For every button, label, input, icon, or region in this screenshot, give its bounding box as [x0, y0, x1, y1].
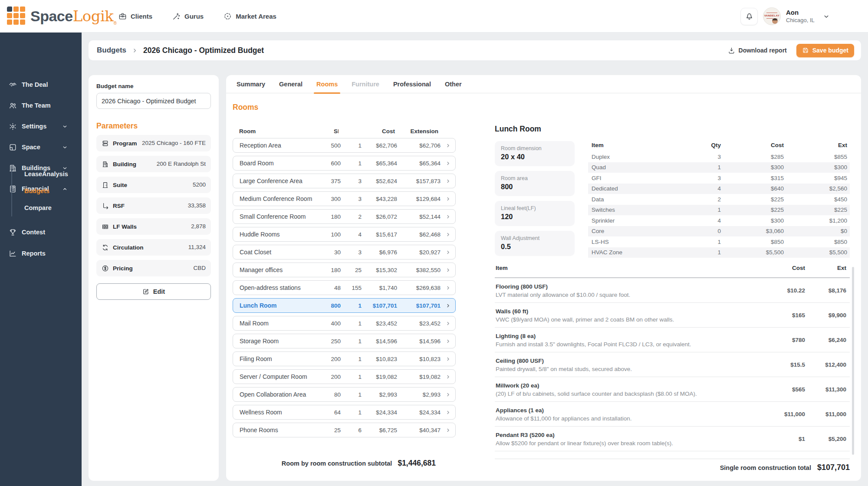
bell-icon	[745, 12, 754, 21]
line-item-walls-60-ft-[interactable]: Walls (60 ft)VWC ($9/yard MOA) one wall,…	[495, 303, 850, 328]
notifications-button[interactable]	[740, 8, 758, 25]
sidebar-item-settings[interactable]: Settings	[0, 119, 82, 134]
chevron-down-icon[interactable]	[822, 13, 830, 20]
budget-name-input[interactable]	[96, 93, 211, 109]
topnav-clients[interactable]: Clients	[118, 12, 152, 20]
construction-items-rows: Flooring (800 USF)LVT material only allo…	[495, 278, 850, 457]
circulation-icon	[102, 244, 109, 251]
parameter-circulation[interactable]: Circulation11,324	[96, 239, 211, 256]
rooms-table: Reception Area5001$62,706$62,706Board Ro…	[233, 138, 456, 440]
tab-summary[interactable]: Summary	[230, 75, 272, 93]
tab-general[interactable]: General	[272, 75, 309, 93]
room-row-phone-rooms[interactable]: Phone Rooms256$6,725$40,347	[233, 423, 456, 437]
fixture-row-dedicated[interactable]: Dedicated4$640$2,560	[588, 184, 850, 194]
fixtures-header: ItemQtyCostExt	[588, 140, 850, 150]
fixtures-table: ItemQtyCostExtDuplex3$285$855Quad1$300$3…	[588, 140, 850, 258]
room-row-lunch-room[interactable]: Lunch Room8001$107,701$107,701	[233, 298, 456, 313]
spacelogik-logo[interactable]: SpaceLogik®	[7, 6, 116, 34]
topnav-market-areas[interactable]: Market Areas	[224, 12, 276, 20]
room-row-open-address-stations[interactable]: Open-address stations48155$1,740$269,638	[233, 280, 456, 295]
user-name: Aon	[786, 9, 815, 17]
room-row-filing-room[interactable]: Filing Room2001$10,823$10,823	[233, 351, 456, 366]
line-item-appliances-1-ea-[interactable]: Appliances (1 ea)Allowance of $11,000 fo…	[495, 402, 850, 427]
parameter-suite[interactable]: Suite5200	[96, 177, 211, 193]
sidebar-item-space[interactable]: Space	[0, 140, 82, 154]
room-row-medium-conference-room[interactable]: Medium Conference Room3003$43,228$129,68…	[233, 191, 456, 206]
fixture-row-duplex[interactable]: Duplex3$285$855	[588, 151, 850, 162]
building-icon	[102, 161, 109, 168]
sidebar-item-contest[interactable]: Contest	[0, 225, 82, 240]
avatar-face	[772, 18, 778, 24]
sidebar-subitem-leaseanalysis[interactable]: LeaseAnalysis	[24, 171, 68, 177]
room-row-coat-closet[interactable]: Coat Closet303$6,976$20,927	[233, 245, 456, 259]
tab-other[interactable]: Other	[438, 75, 469, 93]
col-cost: Cost	[757, 265, 805, 271]
detail-scrollbar-thumb[interactable]	[852, 267, 854, 455]
edit-icon	[142, 288, 149, 295]
fixture-row-core[interactable]: Core0$3,060$0	[588, 226, 850, 237]
chevron-up-icon	[62, 186, 68, 192]
rooms-section-title: Rooms	[233, 103, 258, 112]
fixture-row-switches[interactable]: Switches1$225$225	[588, 205, 850, 216]
room-row-large-conference-area[interactable]: Large Conference Area3753$52,624$157,873	[233, 174, 456, 188]
room-row-server-computer-room[interactable]: Server / Computer Room2001$19,082$19,082	[233, 369, 456, 384]
chevron-right-icon	[445, 321, 451, 326]
room-row-storage-room[interactable]: Storage Room2501$14,596$14,596	[233, 334, 456, 348]
tab-rooms[interactable]: Rooms	[309, 75, 345, 93]
stat-room-area: Room area800	[495, 171, 575, 196]
tab-professional[interactable]: Professional	[386, 75, 438, 93]
parameter-building[interactable]: Building200 E Randolph St	[96, 156, 211, 172]
fixture-row-data[interactable]: Data2$225$450	[588, 194, 850, 205]
room-row-open-collaboration-area[interactable]: Open Collaboration Area801$2,993$2,993	[233, 387, 456, 402]
fixture-row-ls-hs[interactable]: LS-HS1$850$850	[588, 236, 850, 247]
room-row-manager-offices[interactable]: Manager offices18025$15,302$382,550	[233, 263, 456, 277]
header-actions: Download report Save budget	[728, 44, 854, 57]
edit-parameters-button[interactable]: Edit	[96, 283, 211, 300]
construction-items-table: Item Cost Ext Flooring (800 USF)LVT mate…	[495, 265, 850, 457]
line-item-pendant-r3-5200-ea-[interactable]: Pendant R3 (5200 ea)Allow $5200 for pend…	[495, 427, 850, 451]
fixture-row-gfi[interactable]: GFI3$315$945	[588, 173, 850, 184]
room-row-huddle-rooms[interactable]: Huddle Rooms1004$15,617$62,468	[233, 227, 456, 242]
room-row-mail-room[interactable]: Mail Room4001$23,452$23,452	[233, 316, 456, 331]
sidebar-subitem-compare[interactable]: Compare	[24, 204, 52, 211]
save-budget-button[interactable]: Save budget	[796, 44, 854, 57]
market-areas-icon	[224, 12, 232, 20]
line-item-flooring-800-usf-[interactable]: Flooring (800 USF)LVT material only allo…	[495, 278, 850, 303]
sidebar-subitem-budgets[interactable]: Budgets	[24, 187, 49, 194]
sidebar-item-the-deal[interactable]: The Deal	[0, 77, 82, 92]
parameter-rsf[interactable]: RSF33,358	[96, 197, 211, 214]
tab-bar: SummaryGeneralRoomsFurnitureProfessional…	[226, 75, 861, 93]
chevron-right-icon	[445, 427, 451, 433]
program-icon	[102, 140, 109, 147]
room-row-small-conference-room[interactable]: Small Conference Room1802$26,072$52,144	[233, 209, 456, 224]
parameter-program[interactable]: Program2025 Chicago - 160 FTE	[96, 135, 211, 151]
team-icon	[9, 102, 17, 110]
download-report-button[interactable]: Download report	[728, 47, 787, 54]
line-item-ceiling-800-usf-[interactable]: Ceiling (800 USF)Painted drywall, 5/8" o…	[495, 352, 850, 377]
line-item-millwork-20-ea-[interactable]: Millwork (20 ea)(20) LF of b/u cabinets,…	[495, 377, 850, 402]
sidebar-item-the-team[interactable]: The Team	[0, 98, 82, 113]
line-item-lighting-8-ea-[interactable]: Lighting (8 ea)Furnish and install 3.5" …	[495, 328, 850, 352]
calculator-icon	[9, 185, 17, 193]
reports-icon	[9, 250, 17, 258]
fixture-row-sprinkler[interactable]: Sprinkler4$300$1,200	[588, 215, 850, 226]
room-row-reception-area[interactable]: Reception Area5001$62,706$62,706	[233, 138, 456, 153]
chevron-down-icon	[62, 123, 68, 130]
save-icon	[802, 47, 809, 54]
top-navigation: ClientsGurusMarket Areas	[118, 0, 276, 33]
breadcrumb-budgets[interactable]: Budgets	[97, 46, 126, 55]
walls-grid-icon	[102, 223, 109, 230]
line-item-plumbing-1-ea-[interactable]: Plumbing (1 ea)	[495, 451, 850, 457]
parameters-list: Program2025 Chicago - 160 FTEBuilding200…	[96, 135, 211, 276]
room-row-wellness-room[interactable]: Wellness Room641$24,334$24,334	[233, 405, 456, 420]
handshake-icon	[9, 81, 17, 89]
fixture-row-quad[interactable]: Quad1$300$300	[588, 162, 850, 173]
fixture-row-hvac-zone[interactable]: HVAC Zone1$5,500$5,500	[588, 247, 850, 258]
tab-furniture[interactable]: Furniture	[345, 75, 386, 93]
room-row-board-room[interactable]: Board Room6001$65,364$65,364	[233, 156, 456, 171]
sidebar-item-reports[interactable]: Reports	[0, 246, 82, 261]
parameter-pricing[interactable]: PricingCBD	[96, 260, 211, 276]
avatar[interactable]: VANDELAY	[763, 7, 781, 25]
topnav-gurus[interactable]: Gurus	[172, 12, 204, 20]
parameter-lf-walls[interactable]: LF Walls2,878	[96, 218, 211, 235]
